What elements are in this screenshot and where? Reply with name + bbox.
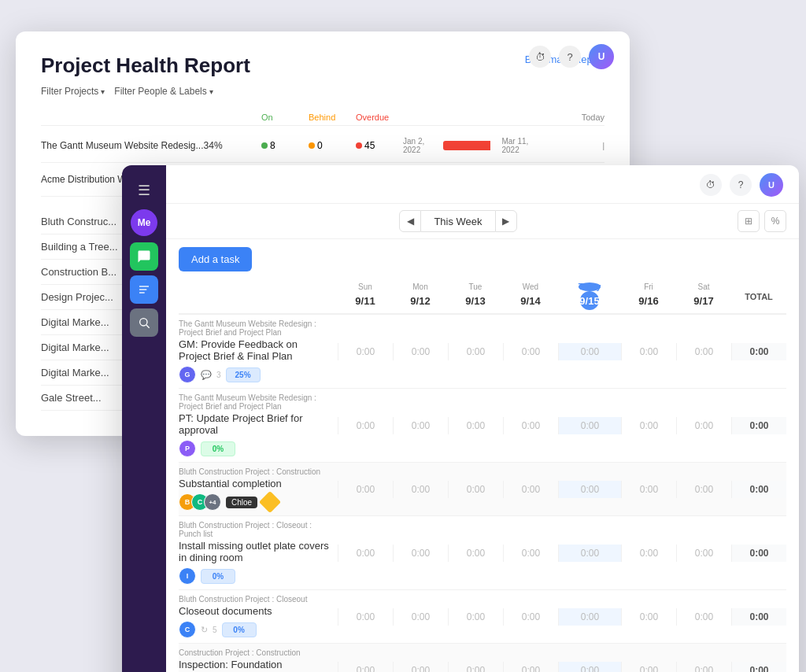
time-sat-3[interactable]: 0:00: [676, 481, 731, 498]
time-sat-2[interactable]: 0:00: [676, 417, 731, 434]
time-mon-3[interactable]: 0:00: [393, 481, 448, 498]
task-info-6: Construction Project : Construction Insp…: [179, 648, 338, 672]
grid-view-btn[interactable]: ⊞: [738, 210, 760, 232]
filter-projects-btn[interactable]: Filter Projects: [41, 86, 105, 97]
time-sun-4[interactable]: 0:00: [338, 545, 393, 562]
dot-overdue-1: [356, 142, 362, 149]
report-title: Project Health Report: [41, 54, 250, 78]
time-mon-6[interactable]: 0:00: [393, 662, 448, 673]
time-sun-6[interactable]: 0:00: [338, 662, 393, 673]
task-name-4[interactable]: Install missing outlet plate covers in d…: [179, 540, 331, 563]
progress-1[interactable]: 25%: [226, 367, 261, 382]
top-icons-back: ⏱ ? U: [529, 44, 614, 69]
user-avatar-back[interactable]: U: [589, 44, 614, 69]
col-sun: Sun 9/11: [338, 282, 393, 310]
sidebar-avatar[interactable]: Me: [131, 209, 157, 236]
help-icon-front[interactable]: ?: [730, 174, 752, 196]
sidebar: ☰ Me 🚀: [122, 165, 166, 672]
time-sun-1[interactable]: 0:00: [338, 343, 393, 360]
task-name-3[interactable]: Substantial completion: [179, 478, 331, 489]
time-sat-6[interactable]: 0:00: [676, 662, 731, 673]
user-avatar-front[interactable]: U: [760, 173, 783, 197]
task-name-6[interactable]: Inspection: Foundation: [179, 659, 331, 670]
task-name-5[interactable]: Closeout documents: [179, 605, 331, 617]
timesheet-area: Add a task Sun 9/11 Mon 9/12 Tue 9/13 We…: [166, 239, 799, 672]
clock-icon-back[interactable]: ⏱: [529, 46, 551, 68]
time-sun-2[interactable]: 0:00: [338, 417, 393, 434]
task-info-4: Bluth Construction Project : Closeout : …: [179, 521, 338, 585]
col-today: Today 9/15: [558, 282, 621, 310]
view-toggle: ⊞ %: [738, 210, 786, 232]
time-sat-4[interactable]: 0:00: [676, 545, 731, 562]
week-nav-row: ◀ This Week ▶ ⊞ %: [166, 204, 799, 239]
task-row: Bluth Construction Project : Closeout Cl…: [179, 590, 786, 644]
time-fri-2[interactable]: 0:00: [621, 417, 676, 434]
sidebar-icon-bars[interactable]: [130, 275, 158, 304]
svg-point-3: [140, 319, 147, 326]
help-icon-back[interactable]: ?: [559, 46, 581, 68]
dot-on-1: [261, 142, 268, 149]
time-tue-3[interactable]: 0:00: [448, 481, 503, 498]
task-project-5: Bluth Construction Project : Closeout: [179, 595, 331, 604]
progress-4[interactable]: 0%: [201, 569, 235, 584]
col-overdue: Overdue: [356, 113, 403, 122]
time-wed-2[interactable]: 0:00: [503, 417, 558, 434]
time-sat-1[interactable]: 0:00: [676, 343, 731, 360]
next-week-btn[interactable]: ▶: [495, 210, 517, 232]
task-meta-3: B C +4 Chloe: [179, 493, 331, 511]
time-fri-1[interactable]: 0:00: [621, 343, 676, 360]
time-total-4: 0:00: [731, 545, 786, 562]
time-fri-3[interactable]: 0:00: [621, 481, 676, 498]
percent-view-btn[interactable]: %: [764, 210, 786, 232]
sidebar-icon-search[interactable]: [130, 308, 158, 337]
time-wed-3[interactable]: 0:00: [503, 481, 558, 498]
time-today-3[interactable]: 0:00: [558, 481, 621, 498]
time-tue-4[interactable]: 0:00: [448, 545, 503, 562]
time-tue-5[interactable]: 0:00: [448, 608, 503, 626]
time-sun-3[interactable]: 0:00: [338, 481, 393, 498]
task-meta-2: P 0%: [179, 440, 331, 457]
time-fri-5[interactable]: 0:00: [621, 608, 676, 626]
avatar-4: I: [179, 567, 196, 585]
prev-week-btn[interactable]: ◀: [399, 210, 421, 232]
time-mon-1[interactable]: 0:00: [393, 343, 448, 360]
time-today-1[interactable]: 0:00: [558, 343, 621, 360]
time-total-2: 0:00: [731, 417, 786, 434]
time-wed-5[interactable]: 0:00: [503, 608, 558, 626]
progress-5[interactable]: 0%: [222, 622, 257, 637]
time-today-4[interactable]: 0:00: [558, 545, 621, 562]
time-mon-5[interactable]: 0:00: [393, 608, 448, 626]
time-sun-5[interactable]: 0:00: [338, 608, 393, 626]
task-meta-4: I 0%: [179, 567, 331, 585]
time-tue-2[interactable]: 0:00: [448, 417, 503, 434]
task-name-1[interactable]: GM: Provide Feedback on Project Brief & …: [179, 338, 331, 362]
time-tue-1[interactable]: 0:00: [448, 343, 503, 360]
time-sat-5[interactable]: 0:00: [676, 608, 731, 626]
time-tue-6[interactable]: 0:00: [448, 662, 503, 673]
time-wed-1[interactable]: 0:00: [503, 343, 558, 360]
behind-count-1: 0: [309, 140, 356, 151]
time-total-3: 0:00: [731, 481, 786, 498]
col-today: Today: [542, 113, 604, 122]
time-mon-4[interactable]: 0:00: [393, 545, 448, 562]
task-project-3: Bluth Construction Project : Constructio…: [179, 467, 331, 476]
task-name-2[interactable]: PT: Update Project Brief for approval: [179, 412, 331, 436]
progress-2[interactable]: 0%: [201, 441, 235, 456]
clock-icon-front[interactable]: ⏱: [700, 174, 722, 196]
task-project-4: Bluth Construction Project : Closeout : …: [179, 521, 331, 538]
menu-icon[interactable]: ☰: [130, 176, 158, 205]
time-fri-4[interactable]: 0:00: [621, 545, 676, 562]
svg-rect-0: [139, 286, 149, 286]
filter-people-btn[interactable]: Filter People & Labels: [114, 86, 213, 97]
time-wed-4[interactable]: 0:00: [503, 545, 558, 562]
time-mon-2[interactable]: 0:00: [393, 417, 448, 434]
time-today-2[interactable]: 0:00: [558, 417, 621, 434]
add-task-button[interactable]: Add a task: [179, 247, 252, 271]
report-table-header: On Behind Overdue Today: [41, 109, 604, 126]
time-today-6[interactable]: 0:00: [558, 662, 621, 673]
col-tue: Tue 9/13: [448, 282, 503, 310]
time-wed-6[interactable]: 0:00: [503, 662, 558, 673]
time-today-5[interactable]: 0:00: [558, 608, 621, 626]
time-fri-6[interactable]: 0:00: [621, 662, 676, 673]
sidebar-icon-message[interactable]: [130, 242, 158, 271]
